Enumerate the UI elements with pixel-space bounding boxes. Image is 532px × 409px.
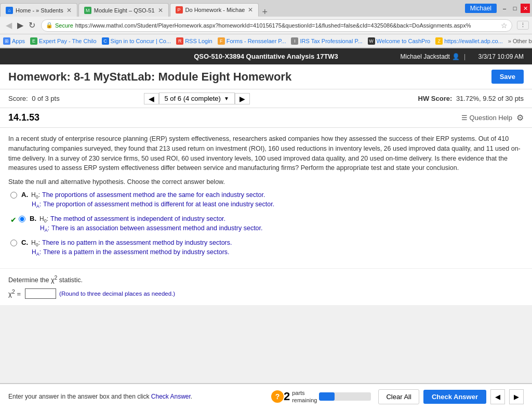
divider: | (464, 53, 466, 60)
bookmark-apps[interactable]: ⊞ Apps (3, 37, 25, 45)
back-button[interactable]: ◀ (3, 19, 15, 31)
option-c-ha: There is a pattern in the assessment met… (43, 248, 230, 256)
bookmark-concur-label: Sign in to Concur | Co... (111, 38, 171, 44)
state-instruction: State the null and alternative hypothesi… (8, 178, 524, 186)
homework-title: Homework: 8-1 MyStatLab: Module Eight Ho… (8, 70, 291, 84)
close-button[interactable]: ✕ (521, 4, 530, 13)
option-b-radio[interactable] (19, 216, 25, 222)
hw-header: Homework: 8-1 MyStatLab: Module Eight Ho… (0, 64, 532, 89)
option-a-h0: The proportions of assessment method are… (42, 191, 265, 199)
new-tab-button[interactable]: + (262, 7, 268, 17)
option-c-h0: There is no pattern in the assessment me… (42, 239, 232, 246)
minimize-button[interactable]: – (500, 4, 509, 13)
tab-2[interactable]: M Module Eight – QSO-51 ✕ (78, 3, 169, 17)
extension-button[interactable]: ⋮ (517, 21, 529, 30)
page-content: Homework: 8-1 MyStatLab: Module Eight Ho… (0, 64, 532, 305)
option-a-ha: The proportion of assessment method is d… (43, 201, 274, 208)
question-nav-dropdown[interactable]: 5 of 6 (4 complete) ▼ (159, 93, 235, 104)
course-date: 3/3/17 10:09 AM (478, 53, 524, 60)
gear-icon[interactable]: ⚙ (516, 113, 524, 123)
bookmark-irs[interactable]: I IRS Tax Professional P... (291, 37, 362, 45)
bookmark-forms-label: Forms - Rensselaer P... (227, 38, 286, 44)
bookmark-cashpro-label: Welcome to CashPro (377, 38, 431, 44)
other-bookmarks[interactable]: » Other bookmarks (508, 38, 532, 44)
save-button[interactable]: Save (491, 70, 524, 84)
tab-1[interactable]: ⌂ Home - » Students ✕ (0, 3, 77, 17)
bookmark-star-icon[interactable]: ☆ (501, 21, 508, 30)
browser-chrome: ⌂ Home - » Students ✕ M Module Eight – Q… (0, 0, 532, 48)
tab-2-close[interactable]: ✕ (158, 7, 163, 14)
bookmarks-bar: ⊞ Apps E Expert Pay - The Chilo C Sign i… (0, 34, 532, 48)
tab-2-label: Module Eight – QSO-51 (94, 7, 155, 14)
option-b-h0: The method of assessment is independent … (50, 215, 225, 222)
chi-symbol: χ2 = (8, 288, 21, 298)
option-c: C. H0: There is no pattern in the assess… (8, 239, 524, 258)
tab-3-close[interactable]: ✕ (248, 6, 253, 14)
secure-icon: 🔒 (46, 22, 53, 29)
browser-controls: Michael – □ ✕ (465, 0, 532, 17)
tab-3-label: Do Homework - Michae (185, 7, 245, 13)
forward-button[interactable]: ▶ (15, 19, 26, 31)
option-c-radio[interactable] (10, 240, 17, 246)
bookmark-adp[interactable]: Z https://ewallet.adp.co... (435, 37, 503, 45)
maximize-button[interactable]: □ (510, 4, 520, 13)
chi-input-row: χ2 = (Round to three decimal places as n… (8, 288, 524, 299)
irs-icon: I (291, 37, 298, 45)
tab-3-favicon: P (176, 6, 183, 14)
concur-icon: C (102, 37, 109, 45)
hw-score: HW Score: 31.72%, 9.52 of 30 pts (418, 95, 524, 102)
user-icon: 👤 (452, 53, 460, 60)
forms-icon: F (218, 37, 225, 45)
question-body: In a recent study of enterprise resource… (0, 128, 532, 269)
bookmark-rss[interactable]: R RSS Login (176, 37, 212, 45)
bookmark-forms[interactable]: F Forms - Rensselaer P... (218, 37, 286, 45)
bookmark-expertpay[interactable]: E Expert Pay - The Chilo (30, 37, 96, 45)
tab-1-favicon: ⌂ (6, 7, 13, 14)
option-c-label: C. H0: There is no pattern in the assess… (21, 239, 232, 247)
bookmark-irs-label: IRS Tax Professional P... (300, 38, 362, 44)
adp-icon: Z (435, 37, 443, 45)
expertpay-icon: E (30, 37, 37, 45)
user-name: Michael Jackstadt (401, 53, 450, 60)
question-number: 14.1.53 (8, 112, 39, 123)
cashpro-icon: W (368, 37, 375, 45)
refresh-button[interactable]: ↻ (26, 19, 38, 31)
url-text: https://www.mathxl.com/Student/PlayerHom… (75, 22, 499, 29)
bookmark-concur[interactable]: C Sign in to Concur | Co... (102, 37, 171, 45)
rss-icon: R (176, 37, 183, 45)
option-a: A. H0: The proportions of assessment met… (8, 191, 524, 210)
secure-label: Secure (55, 22, 73, 29)
chi-hint: (Round to three decimal places as needed… (59, 291, 175, 297)
tab-1-close[interactable]: ✕ (66, 7, 72, 14)
tab-3[interactable]: P Do Homework - Michae ✕ (170, 3, 259, 17)
bookmark-cashpro[interactable]: W Welcome to CashPro (368, 37, 431, 45)
address-bar[interactable]: 🔒 Secure https://www.mathxl.com/Student/… (41, 19, 512, 32)
list-icon: ☰ (461, 114, 468, 122)
bookmark-apps-label: Apps (12, 38, 25, 44)
prev-question-button[interactable]: ◀ (144, 93, 159, 104)
question-text: In a recent study of enterprise resource… (8, 134, 524, 173)
option-b-label: B. H0: The method of assessment is indep… (30, 215, 263, 223)
option-b: ✔ B. H0: The method of assessment is ind… (8, 215, 524, 234)
tab-2-favicon: M (84, 7, 91, 14)
course-header: QSO-510-X3894 Quantitative Analysis 17TW… (0, 48, 532, 64)
bookmark-expertpay-label: Expert Pay - The Chilo (39, 38, 96, 44)
option-a-label: A. H0: The proportions of assessment met… (21, 191, 274, 200)
nav-bar: ◀ ▶ ↻ 🔒 Secure https://www.mathxl.com/St… (0, 17, 532, 34)
bookmark-adp-label: https://ewallet.adp.co... (444, 38, 503, 44)
bookmark-rss-label: RSS Login (185, 38, 212, 44)
option-b-ha: There is an association between assessme… (51, 225, 262, 232)
question-navigation: ◀ 5 of 6 (4 complete) ▼ ▶ (144, 93, 250, 104)
question-help-button[interactable]: ☰ Question Help (461, 114, 512, 122)
course-title: QSO-510-X3894 Quantitative Analysis 17TW… (194, 52, 338, 60)
tab-bar: ⌂ Home - » Students ✕ M Module Eight – Q… (0, 0, 532, 17)
chi-input[interactable] (25, 288, 56, 299)
score-label: Score: 0 of 3 pts (8, 95, 60, 102)
apps-icon: ⊞ (3, 37, 10, 45)
next-question-button[interactable]: ▶ (235, 93, 250, 104)
question-header: 14.1.53 ☰ Question Help ⚙ (0, 108, 532, 128)
score-nav-row: Score: 0 of 3 pts ◀ 5 of 6 (4 complete) … (0, 89, 532, 108)
question-nav-text: 5 of 6 (4 complete) (165, 95, 221, 102)
course-user: Michael Jackstadt 👤 | (401, 53, 470, 60)
option-a-radio[interactable] (10, 192, 17, 199)
